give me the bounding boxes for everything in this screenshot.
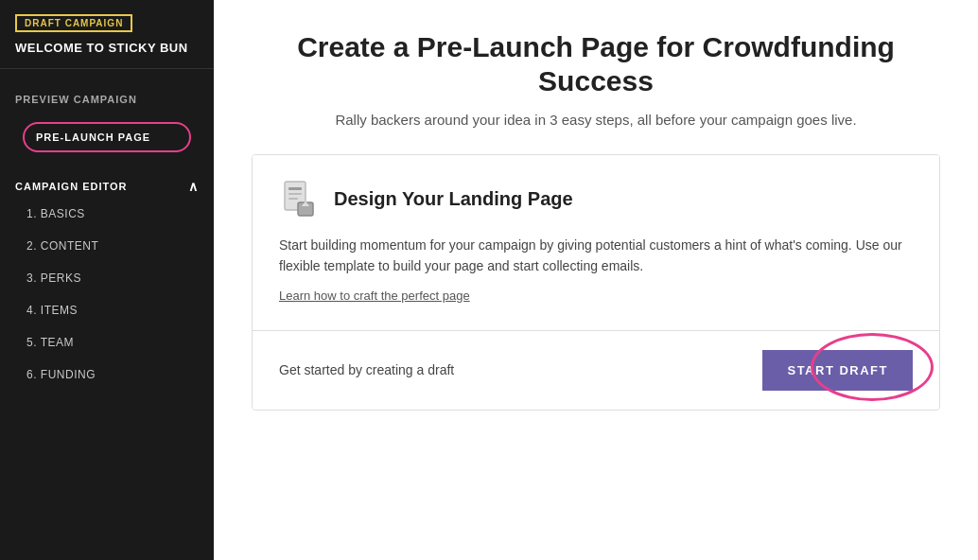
subnav-items[interactable]: 4. ITEMS xyxy=(0,294,214,326)
subnav-basics[interactable]: 1. BASICS xyxy=(0,198,214,230)
card-description: Start building momentum for your campaig… xyxy=(279,235,913,277)
sidebar: DRAFT CAMPAIGN WELCOME TO STICKY BUN PRE… xyxy=(0,0,214,560)
campaign-editor-header[interactable]: CAMPAIGN EDITOR ∧ xyxy=(0,167,214,198)
chevron-up-icon: ∧ xyxy=(188,179,199,194)
sidebar-header: DRAFT CAMPAIGN WELCOME TO STICKY BUN xyxy=(0,0,214,69)
page-title: Create a Pre-Launch Page for Crowdfundin… xyxy=(265,30,927,98)
start-draft-button[interactable]: START DRAFT xyxy=(762,350,913,391)
card-bottom-text: Get started by creating a draft xyxy=(279,362,454,377)
sidebar-item-preview[interactable]: PREVIEW CAMPAIGN xyxy=(0,84,214,114)
subnav-content[interactable]: 2. CONTENT xyxy=(0,230,214,262)
landing-page-icon xyxy=(279,178,321,219)
subnav-team[interactable]: 5. TEAM xyxy=(0,326,214,359)
subnav-perks[interactable]: 3. PERKS xyxy=(0,262,214,294)
main-content: Create a Pre-Launch Page for Crowdfundin… xyxy=(214,0,978,560)
sidebar-nav: PREVIEW CAMPAIGN PRE-LAUNCH PAGE xyxy=(0,69,214,167)
learn-link[interactable]: Learn how to craft the perfect page xyxy=(279,289,470,303)
card-bottom: Get started by creating a draft START DR… xyxy=(253,331,939,410)
draft-badge: DRAFT CAMPAIGN xyxy=(15,14,132,32)
page-subtitle: Rally backers around your idea in 3 easy… xyxy=(252,112,940,128)
svg-rect-1 xyxy=(288,187,302,190)
landing-page-card: Design Your Landing Page Start building … xyxy=(252,154,940,411)
svg-rect-2 xyxy=(288,193,302,195)
card-top-header: Design Your Landing Page xyxy=(279,178,913,219)
subnav-funding[interactable]: 6. FUNDING xyxy=(0,359,214,391)
campaign-editor-label: CAMPAIGN EDITOR xyxy=(15,181,128,192)
svg-rect-3 xyxy=(288,198,298,200)
start-draft-wrapper: START DRAFT xyxy=(762,350,913,391)
card-top: Design Your Landing Page Start building … xyxy=(253,155,939,331)
campaign-title: WELCOME TO STICKY BUN xyxy=(15,40,199,57)
editor-subnav: 1. BASICS 2. CONTENT 3. PERKS 4. ITEMS 5… xyxy=(0,198,214,391)
sidebar-item-prelaunch[interactable]: PRE-LAUNCH PAGE xyxy=(23,122,191,152)
card-section-title: Design Your Landing Page xyxy=(334,188,573,210)
